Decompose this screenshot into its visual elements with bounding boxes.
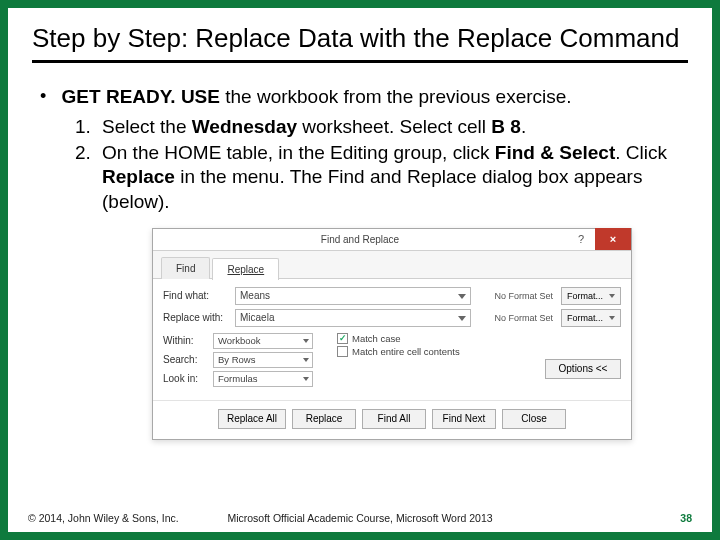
dialog-tabs: Find Replace (153, 251, 631, 279)
find-format-status: No Format Set (477, 291, 555, 301)
find-format-button[interactable]: Format... (561, 287, 621, 305)
slide: Step by Step: Replace Data with the Repl… (8, 8, 712, 532)
checkbox-checked-icon (337, 333, 348, 344)
match-case-checkbox[interactable]: Match case (337, 333, 621, 344)
tab-find[interactable]: Find (161, 257, 210, 279)
replace-format-button[interactable]: Format... (561, 309, 621, 327)
label-find-what: Find what: (163, 290, 229, 301)
steps-list: Select the Wednesday worksheet. Select c… (96, 115, 688, 214)
replace-button[interactable]: Replace (292, 409, 356, 429)
close-icon[interactable]: × (595, 228, 631, 250)
bullet-list: GET READY. USE the workbook from the pre… (40, 85, 688, 214)
step-1: Select the Wednesday worksheet. Select c… (96, 115, 688, 139)
intro-bullet: GET READY. USE the workbook from the pre… (40, 85, 688, 214)
search-select[interactable]: By Rows (213, 352, 313, 368)
close-button[interactable]: Close (502, 409, 566, 429)
find-next-button[interactable]: Find Next (432, 409, 496, 429)
replace-format-status: No Format Set (477, 313, 555, 323)
replace-all-button[interactable]: Replace All (218, 409, 286, 429)
dialog-title: Find and Replace (153, 234, 567, 245)
dialog-button-row: Replace All Replace Find All Find Next C… (153, 400, 631, 439)
slide-title: Step by Step: Replace Data with the Repl… (32, 24, 688, 63)
footer-course: Microsoft Official Academic Course, Micr… (28, 512, 692, 524)
checkbox-icon (337, 346, 348, 357)
label-within: Within: (163, 335, 207, 346)
step-2: On the HOME table, in the Editing group,… (96, 141, 688, 214)
find-all-button[interactable]: Find All (362, 409, 426, 429)
find-replace-dialog-image: Find and Replace ? × Find Replace Find w… (152, 228, 632, 440)
replace-with-input[interactable]: Micaela (235, 309, 471, 327)
lookin-select[interactable]: Formulas (213, 371, 313, 387)
slide-footer: © 2014, John Wiley & Sons, Inc. Microsof… (28, 512, 692, 524)
match-entire-checkbox[interactable]: Match entire cell contents (337, 346, 621, 357)
options-button[interactable]: Options << (545, 359, 621, 379)
intro-tail: the workbook from the previous exercise. (220, 86, 572, 107)
intro-lead: GET READY. USE (62, 86, 220, 107)
tab-replace[interactable]: Replace (212, 258, 279, 280)
dialog-body: Find what: Means No Format Set Format...… (153, 279, 631, 400)
dialog-titlebar: Find and Replace ? × (153, 229, 631, 251)
label-search: Search: (163, 354, 207, 365)
label-replace-with: Replace with: (163, 312, 229, 323)
within-select[interactable]: Workbook (213, 333, 313, 349)
find-replace-dialog: Find and Replace ? × Find Replace Find w… (152, 228, 632, 440)
help-icon[interactable]: ? (567, 228, 595, 250)
label-lookin: Look in: (163, 373, 207, 384)
find-what-input[interactable]: Means (235, 287, 471, 305)
